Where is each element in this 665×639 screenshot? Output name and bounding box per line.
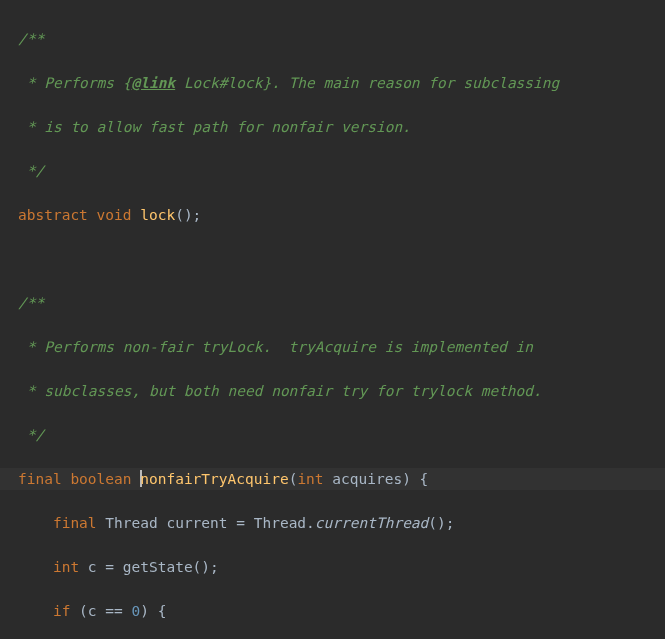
keyword: void <box>97 207 132 223</box>
javadoc: */ <box>18 163 44 179</box>
code-text: (); <box>428 515 454 531</box>
javadoc: /** <box>18 295 44 311</box>
code-line: if (c == 0) { <box>0 600 665 622</box>
code-text: (c == <box>70 603 131 619</box>
code-line: /** <box>0 28 665 50</box>
method-name: nonfairTryAcquire <box>140 471 288 487</box>
keyword: int <box>297 471 323 487</box>
javadoc-tag: @link <box>132 75 176 91</box>
number-literal: 0 <box>132 603 141 619</box>
javadoc: */ <box>18 427 44 443</box>
code-text: c = getState(); <box>79 559 219 575</box>
keyword: int <box>53 559 79 575</box>
keyword: boolean <box>70 471 131 487</box>
javadoc: /** <box>18 31 44 47</box>
code-text: (); <box>175 207 201 223</box>
javadoc: Lock#lock}. The main reason for subclass… <box>175 75 559 91</box>
javadoc: * Performs non-fair tryLock. tryAcquire … <box>18 339 533 355</box>
code-text: acquires) { <box>324 471 429 487</box>
javadoc: * is to allow fast path for nonfair vers… <box>18 119 411 135</box>
code-line: int c = getState(); <box>0 556 665 578</box>
code-text: ) { <box>140 603 166 619</box>
code-line: final Thread current = Thread.currentThr… <box>0 512 665 534</box>
code-line: * is to allow fast path for nonfair vers… <box>0 116 665 138</box>
static-call: currentThread <box>315 515 429 531</box>
keyword: if <box>53 603 70 619</box>
code-line: abstract void lock(); <box>0 204 665 226</box>
javadoc: * subclasses, but both need nonfair try … <box>18 383 542 399</box>
code-line: * Performs non-fair tryLock. tryAcquire … <box>0 336 665 358</box>
keyword: final <box>18 471 62 487</box>
code-line: * subclasses, but both need nonfair try … <box>0 380 665 402</box>
keyword: abstract <box>18 207 88 223</box>
code-text: Thread current = Thread. <box>97 515 315 531</box>
code-line-active: final boolean nonfairTryAcquire(int acqu… <box>0 468 665 490</box>
method-name: lock <box>140 207 175 223</box>
code-line: * Performs {@link Lock#lock}. The main r… <box>0 72 665 94</box>
code-editor[interactable]: /** * Performs {@link Lock#lock}. The ma… <box>0 0 665 639</box>
keyword: final <box>53 515 97 531</box>
javadoc: * Performs { <box>18 75 132 91</box>
code-line: */ <box>0 160 665 182</box>
code-line: */ <box>0 424 665 446</box>
code-line: /** <box>0 292 665 314</box>
blank-line <box>0 248 665 270</box>
